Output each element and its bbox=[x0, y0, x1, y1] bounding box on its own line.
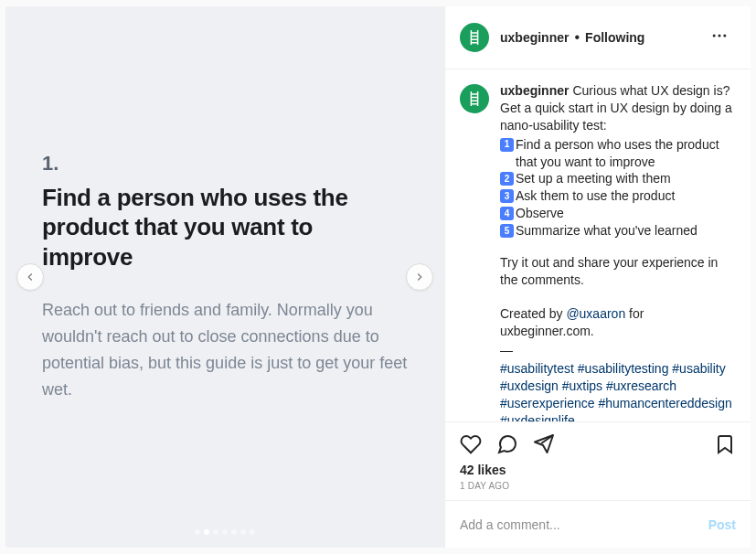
more-horizontal-icon bbox=[710, 27, 729, 45]
ladder-icon bbox=[467, 30, 482, 45]
keycap-3-icon: 3 bbox=[500, 189, 514, 203]
svg-point-7 bbox=[719, 35, 721, 37]
svg-point-6 bbox=[713, 35, 716, 37]
keycap-4-icon: 4 bbox=[500, 207, 514, 220]
action-bar: 42 likes 1 DAY AGO bbox=[445, 421, 751, 500]
comment-button[interactable] bbox=[496, 433, 518, 455]
caption-hashtags[interactable]: #usabilitytest #usabilitytesting #usabil… bbox=[500, 360, 736, 421]
chevron-right-icon bbox=[413, 271, 426, 283]
heart-icon bbox=[460, 433, 482, 455]
keycap-1-icon: 1 bbox=[500, 138, 514, 152]
comment-row: Post bbox=[445, 500, 751, 548]
caption-dash: — bbox=[500, 342, 736, 359]
comment-input[interactable] bbox=[460, 517, 708, 532]
bookmark-icon bbox=[714, 433, 736, 455]
side-panel: uxbeginner • Following bbox=[444, 6, 751, 548]
post-header: uxbeginner • Following bbox=[445, 6, 751, 69]
keycap-2-icon: 2 bbox=[500, 172, 514, 186]
caption-step: 5Summarize what you've learned bbox=[500, 222, 736, 240]
likes-count[interactable]: 42 likes bbox=[460, 463, 736, 477]
slide-body: Reach out to friends and family. Normall… bbox=[42, 297, 408, 402]
header-username[interactable]: uxbeginner bbox=[500, 30, 569, 45]
carousel-prev-button[interactable] bbox=[16, 263, 44, 291]
caption-step: 4Observe bbox=[500, 205, 736, 222]
mention-link[interactable]: @uxaaron bbox=[566, 306, 625, 321]
slide-number: 1. bbox=[42, 152, 408, 176]
avatar[interactable] bbox=[460, 23, 489, 52]
caption-text: uxbeginnerCurious what UX design is? Get… bbox=[500, 82, 736, 421]
share-button[interactable] bbox=[533, 433, 555, 455]
speech-bubble-icon bbox=[496, 433, 518, 455]
like-button[interactable] bbox=[460, 433, 482, 455]
paper-plane-icon bbox=[533, 433, 555, 455]
more-options-button[interactable] bbox=[703, 19, 736, 56]
caption-area: uxbeginnerCurious what UX design is? Get… bbox=[445, 69, 751, 421]
header-separator: • bbox=[574, 29, 580, 46]
caption-username[interactable]: uxbeginner bbox=[500, 83, 569, 98]
caption-step: 2Set up a meeting with them bbox=[500, 170, 736, 187]
post-modal: 1. Find a person who uses the product th… bbox=[5, 6, 751, 548]
caption-tryout: Try it out and share your experience in … bbox=[500, 254, 736, 289]
caption-step: 3Ask them to use the product bbox=[500, 187, 736, 205]
caption-credit: Created by @uxaaron for uxbeginner.com. bbox=[500, 305, 736, 340]
save-button[interactable] bbox=[714, 433, 736, 455]
post-timestamp: 1 DAY AGO bbox=[460, 481, 736, 491]
keycap-5-icon: 5 bbox=[500, 224, 514, 238]
ladder-icon bbox=[467, 91, 482, 106]
post-comment-button[interactable]: Post bbox=[708, 517, 736, 532]
chevron-left-icon bbox=[24, 271, 37, 283]
caption-step: 1Find a person who uses the product that… bbox=[500, 136, 736, 171]
media-panel: 1. Find a person who uses the product th… bbox=[5, 6, 444, 548]
slide-title: Find a person who uses the product that … bbox=[42, 183, 408, 272]
carousel-pagination bbox=[5, 529, 444, 535]
follow-status[interactable]: Following bbox=[585, 30, 644, 45]
avatar[interactable] bbox=[460, 84, 489, 113]
svg-point-8 bbox=[723, 35, 726, 37]
carousel-next-button[interactable] bbox=[406, 263, 433, 291]
